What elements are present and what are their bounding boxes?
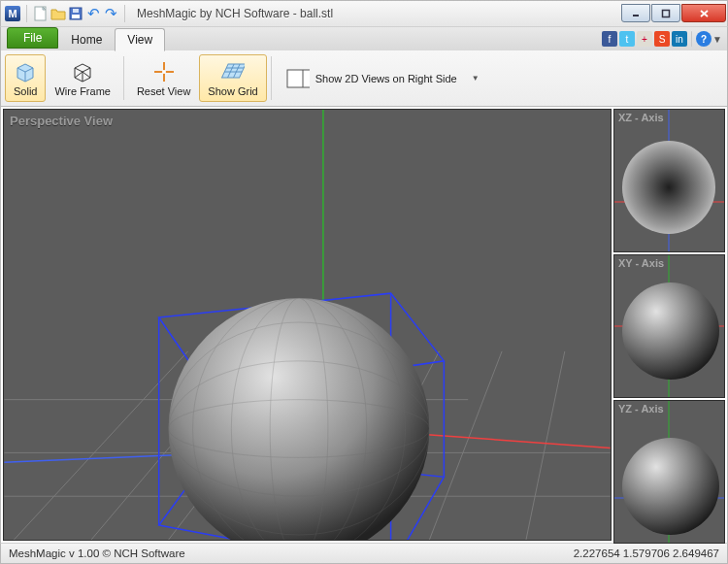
viewport-main[interactable]: Perspective View <box>3 109 612 541</box>
svg-point-41 <box>622 282 719 380</box>
panel-label-xy: XY - Axis <box>618 257 664 269</box>
svg-rect-2 <box>72 15 80 18</box>
svg-point-38 <box>622 141 715 234</box>
reset-view-button[interactable]: Reset View <box>128 54 199 102</box>
workspace: Perspective View <box>0 107 728 543</box>
layout-icon <box>286 67 310 90</box>
panel-label-yz: YZ - Axis <box>618 403 664 415</box>
tab-home[interactable]: Home <box>58 28 115 50</box>
help-icon[interactable]: ? <box>696 31 711 47</box>
facebook-icon[interactable]: f <box>602 31 617 47</box>
svg-line-22 <box>429 351 502 540</box>
scene-perspective <box>4 110 611 540</box>
solid-cube-icon <box>14 60 37 83</box>
status-bar: MeshMagic v 1.00 © NCH Software 2.227654… <box>0 543 728 564</box>
layout-dropdown-icon[interactable]: ▼ <box>468 74 483 83</box>
stumbleupon-icon[interactable]: S <box>654 31 670 47</box>
wireframe-label: Wire Frame <box>54 85 110 97</box>
tab-strip: File Home View f t + S in ? ▼ <box>0 27 728 50</box>
separator <box>271 56 272 100</box>
close-button[interactable] <box>681 4 726 22</box>
save-icon[interactable] <box>68 6 83 21</box>
status-coordinates: 2.227654 1.579706 2.649467 <box>574 547 719 559</box>
separator <box>691 31 692 47</box>
status-version: MeshMagic v 1.00 © NCH Software <box>9 547 185 559</box>
panel-label-xz: XZ - Axis <box>618 112 664 123</box>
side-panels: XZ - Axis XY - Axis YZ - Axis <box>613 109 725 541</box>
help-dropdown-icon[interactable]: ▼ <box>713 31 721 47</box>
minimize-button[interactable] <box>621 4 650 22</box>
show-2d-views-label: Show 2D Views on Right Side <box>315 73 457 84</box>
svg-point-8 <box>162 70 166 74</box>
svg-point-44 <box>622 438 719 535</box>
solid-button[interactable]: Solid <box>5 54 46 102</box>
svg-rect-14 <box>287 70 310 87</box>
ribbon-group-layout: Show 2D Views on Right Side ▼ <box>276 54 483 102</box>
open-folder-icon[interactable] <box>50 6 66 21</box>
tab-view[interactable]: View <box>115 28 165 51</box>
viewport-xz[interactable]: XZ - Axis <box>613 109 725 252</box>
reset-view-icon <box>152 60 176 83</box>
linkedin-icon[interactable]: in <box>672 31 687 47</box>
maximize-button[interactable] <box>651 4 680 22</box>
titlebar: M ↶ ↷ MeshMagic by NCH Software - ball.s… <box>0 0 728 27</box>
ribbon-view: Solid Wire Frame Reset View Show Grid <box>0 50 728 107</box>
undo-icon[interactable]: ↶ <box>85 6 101 21</box>
show-grid-label: Show Grid <box>208 85 257 97</box>
svg-rect-3 <box>73 9 79 13</box>
wireframe-button[interactable]: Wire Frame <box>46 54 118 102</box>
tab-file[interactable]: File <box>7 27 58 49</box>
google-plus-icon[interactable]: + <box>637 31 652 47</box>
social-links: f t + S in ? ▼ <box>602 31 727 50</box>
viewport-yz[interactable]: YZ - Axis <box>613 400 725 544</box>
separator <box>124 5 125 22</box>
svg-line-23 <box>526 351 565 540</box>
svg-rect-5 <box>663 10 670 17</box>
ribbon-group-view: Reset View Show Grid <box>128 54 267 102</box>
app-icon[interactable]: M <box>5 6 20 21</box>
svg-line-17 <box>14 351 187 540</box>
quick-access-toolbar: M ↶ ↷ <box>1 5 133 22</box>
show-2d-views-button[interactable]: Show 2D Views on Right Side <box>276 54 468 102</box>
window-controls <box>621 5 727 22</box>
new-file-icon[interactable] <box>33 6 49 21</box>
window-title: MeshMagic by NCH Software - ball.stl <box>133 7 621 20</box>
grid-icon <box>221 60 245 83</box>
ribbon-group-display: Solid Wire Frame <box>5 54 119 102</box>
wireframe-cube-icon <box>71 60 94 83</box>
viewport-xy[interactable]: XY - Axis <box>613 254 725 398</box>
reset-view-label: Reset View <box>137 85 190 97</box>
show-grid-button[interactable]: Show Grid <box>199 54 266 102</box>
twitter-icon[interactable]: t <box>619 31 635 47</box>
viewport-label: Perspective View <box>10 114 113 128</box>
separator <box>26 5 27 22</box>
redo-icon[interactable]: ↷ <box>103 6 118 21</box>
solid-label: Solid <box>14 85 37 97</box>
separator <box>123 56 124 100</box>
